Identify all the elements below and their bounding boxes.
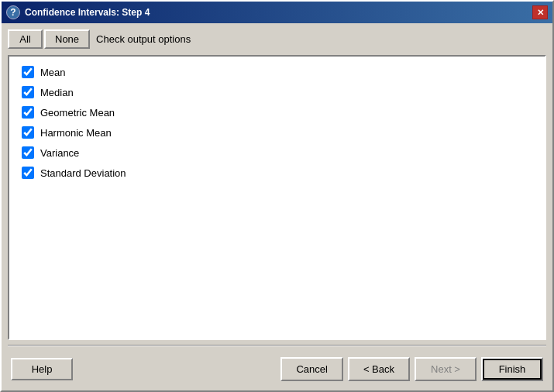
bottom-bar: Help Cancel < Back Next > Finish — [8, 351, 546, 384]
separator — [8, 345, 546, 346]
geometric-mean-checkbox[interactable] — [22, 106, 34, 119]
window-body: All None Check output options Mean Media… — [2, 23, 552, 390]
window-title: Confidence Intervals: Step 4 — [25, 7, 150, 18]
window-icon: ? — [6, 5, 20, 19]
harmonic-mean-label[interactable]: Harmonic Mean — [40, 127, 112, 139]
all-button[interactable]: All — [8, 29, 43, 49]
finish-button[interactable]: Finish — [481, 357, 543, 381]
checkbox-std-dev: Standard Deviation — [22, 167, 532, 179]
variance-checkbox[interactable] — [22, 146, 34, 159]
main-window: ? Confidence Intervals: Step 4 ✕ All Non… — [0, 0, 554, 392]
close-button[interactable]: ✕ — [532, 5, 548, 19]
title-bar: ? Confidence Intervals: Step 4 ✕ — [2, 2, 552, 23]
toolbar: All None Check output options — [8, 29, 546, 49]
help-button[interactable]: Help — [11, 358, 73, 380]
checkbox-median: Median — [22, 86, 532, 98]
variance-label[interactable]: Variance — [40, 147, 79, 159]
geometric-mean-label[interactable]: Geometric Mean — [40, 107, 115, 119]
next-button: Next > — [415, 357, 477, 381]
content-area: Mean Median Geometric Mean Harmonic Mean… — [8, 55, 546, 340]
bottom-right-buttons: Cancel < Back Next > Finish — [280, 357, 543, 381]
checkbox-mean: Mean — [22, 66, 532, 78]
checkbox-variance: Variance — [22, 146, 532, 159]
toolbar-description: Check output options — [96, 33, 191, 45]
std-dev-label[interactable]: Standard Deviation — [40, 167, 126, 179]
back-button[interactable]: < Back — [348, 357, 410, 381]
checkbox-harmonic-mean: Harmonic Mean — [22, 126, 532, 139]
bottom-left-buttons: Help — [11, 358, 73, 380]
mean-checkbox[interactable] — [22, 66, 34, 78]
median-checkbox[interactable] — [22, 86, 34, 98]
harmonic-mean-checkbox[interactable] — [22, 126, 34, 139]
checkbox-geometric-mean: Geometric Mean — [22, 106, 532, 119]
median-label[interactable]: Median — [40, 87, 74, 98]
std-dev-checkbox[interactable] — [22, 167, 34, 179]
mean-label[interactable]: Mean — [40, 67, 66, 78]
title-bar-left: ? Confidence Intervals: Step 4 — [6, 5, 150, 19]
cancel-button[interactable]: Cancel — [280, 357, 342, 381]
none-button[interactable]: None — [44, 29, 90, 49]
